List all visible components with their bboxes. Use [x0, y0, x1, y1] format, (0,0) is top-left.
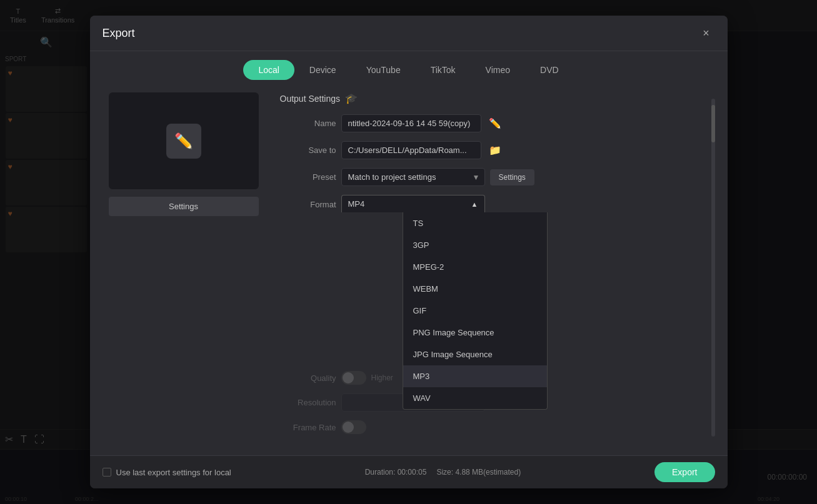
quality-hint: Higher	[371, 373, 393, 382]
footer-info: Duration: 00:00:05 Size: 4.88 MB(estimat…	[365, 468, 521, 477]
preview-box: ✏️	[109, 92, 259, 189]
modal-header: Export ×	[90, 16, 728, 51]
edit-button[interactable]: Settings	[109, 197, 259, 216]
tab-tiktok[interactable]: TikTok	[416, 60, 471, 80]
tab-dvd[interactable]: DVD	[525, 60, 574, 80]
preset-select[interactable]: Match to project settings	[341, 168, 485, 186]
export-button[interactable]: Export	[654, 462, 714, 482]
format-option-jpg-seq[interactable]: JPG Image Sequence	[403, 343, 547, 365]
quality-toggle[interactable]	[341, 371, 366, 385]
size-label: Size: 4.88 MB(estimated)	[436, 468, 521, 477]
modal-overlay: Export × Local Device YouTube TikTok Vim…	[0, 0, 817, 504]
name-label: Name	[280, 119, 336, 128]
format-select-display[interactable]: MP4 ▲	[341, 195, 485, 212]
format-label: Format	[280, 200, 336, 209]
quality-toggle-knob	[343, 372, 354, 383]
quality-label: Quality	[280, 373, 336, 383]
graduation-icon: 🎓	[345, 92, 358, 104]
format-option-mpeg2[interactable]: MPEG-2	[403, 256, 547, 278]
save-to-input[interactable]	[341, 141, 481, 159]
settings-panel: Output Settings 🎓 Name ✏️ Save to	[280, 92, 715, 443]
settings-button[interactable]: Settings	[490, 169, 534, 185]
format-option-gif[interactable]: GIF	[403, 300, 547, 322]
save-to-label: Save to	[280, 146, 336, 155]
preset-select-wrapper: Match to project settings ▼	[341, 168, 485, 186]
format-option-wav[interactable]: WAV	[403, 387, 547, 409]
modal-body: ✏️ Settings Output Settings 🎓 Name ✏️	[90, 80, 728, 455]
format-option-png-seq[interactable]: PNG Image Sequence	[403, 322, 547, 343]
tabs-bar: Local Device YouTube TikTok Vimeo DVD	[90, 51, 728, 80]
frame-rate-label: Frame Rate	[280, 423, 336, 432]
tab-youtube[interactable]: YouTube	[351, 60, 416, 80]
format-option-ts[interactable]: TS	[403, 212, 547, 234]
tab-device[interactable]: Device	[294, 60, 351, 80]
resolution-label: Resolution	[280, 398, 336, 407]
save-to-input-group: 📁	[341, 141, 504, 159]
frame-rate-toggle[interactable]	[341, 420, 366, 434]
format-chevron-icon: ▲	[471, 200, 478, 208]
format-option-webm[interactable]: WEBM	[403, 278, 547, 300]
save-to-row: Save to 📁	[280, 141, 715, 159]
format-row: Format MP4 ▲ TS 3GP MPEG-2 WEBM GIF PN	[280, 195, 715, 212]
preview-edit-icon: ✏️	[166, 124, 201, 159]
use-last-settings-checkbox[interactable]	[103, 468, 111, 477]
format-dropdown-list: TS 3GP MPEG-2 WEBM GIF PNG Image Sequenc…	[403, 212, 548, 410]
export-modal: Export × Local Device YouTube TikTok Vim…	[90, 16, 728, 488]
modal-scrollbar[interactable]	[711, 99, 715, 437]
modal-footer: Use last export settings for local Durat…	[90, 455, 728, 488]
output-settings-title: Output Settings	[280, 94, 341, 104]
footer-left: Use last export settings for local	[103, 468, 231, 477]
ai-edit-icon[interactable]: ✏️	[486, 115, 504, 132]
modal-title: Export	[103, 27, 135, 40]
name-input-group: ✏️	[341, 114, 504, 132]
format-selected-value: MP4	[348, 199, 365, 209]
tab-vimeo[interactable]: Vimeo	[471, 60, 525, 80]
name-input[interactable]	[341, 114, 481, 132]
duration-label: Duration: 00:00:05	[365, 468, 427, 477]
preset-row: Preset Match to project settings ▼ Setti…	[280, 168, 715, 186]
frame-rate-toggle-knob	[343, 422, 354, 433]
use-last-settings-label: Use last export settings for local	[116, 468, 231, 477]
format-option-mp3[interactable]: MP3	[403, 365, 547, 387]
preset-label: Preset	[280, 172, 336, 182]
folder-icon[interactable]: 📁	[486, 142, 504, 159]
tab-local[interactable]: Local	[243, 60, 294, 80]
output-settings-header: Output Settings 🎓	[280, 92, 715, 104]
name-row: Name ✏️	[280, 114, 715, 132]
frame-rate-row: Frame Rate	[280, 420, 715, 434]
modal-close-button[interactable]: ×	[698, 24, 715, 42]
modal-scrollbar-thumb	[711, 105, 715, 142]
format-option-3gp[interactable]: 3GP	[403, 234, 547, 256]
preview-panel: ✏️ Settings	[103, 92, 265, 443]
